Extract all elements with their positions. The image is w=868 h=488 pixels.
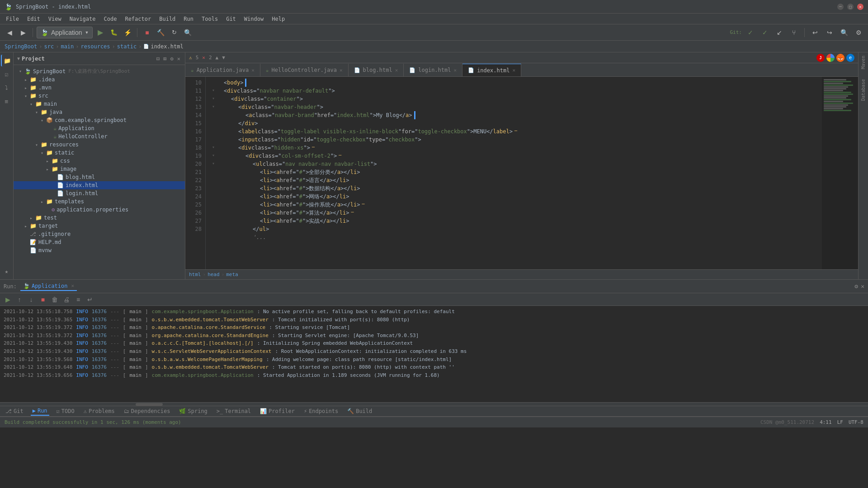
btab-dependencies[interactable]: 🗂 Dependencies <box>122 407 172 415</box>
search-everywhere[interactable]: 🔍 <box>182 27 193 38</box>
tree-item-root[interactable]: ▾ 🍃 SpringBoot F:\桌路作业\SpringBoot <box>14 67 185 75</box>
run-button[interactable]: ▶ <box>94 27 106 38</box>
tab-close-login[interactable]: ✕ <box>454 67 457 73</box>
fold-18[interactable]: ▾ <box>210 144 217 150</box>
tree-item-resources[interactable]: ▾ 📁 resources <box>14 141 185 149</box>
scroll-up-btn[interactable]: ↑ <box>14 295 24 305</box>
tab-blog-html[interactable]: 📄 blog.html ✕ <box>349 64 404 76</box>
maven-sidebar-icon[interactable]: Maven <box>860 54 867 70</box>
tree-item-image[interactable]: ▸ 📁 image <box>14 165 185 173</box>
breadcrumb-springboot[interactable]: SpringBoot <box>5 43 37 50</box>
folding-btn[interactable]: ≡ <box>73 295 83 305</box>
search-button[interactable]: 🔍 <box>838 27 850 38</box>
panel-settings-icon[interactable]: ⚙ <box>854 283 858 290</box>
activity-project-icon[interactable]: 📁 <box>1 55 13 66</box>
scroll-down-btn[interactable]: ↓ <box>26 295 36 305</box>
firefox-icon[interactable]: 🦊 <box>836 54 844 62</box>
status-encoding[interactable]: UTF-8 <box>849 419 863 425</box>
btab-run[interactable]: ▶ Run <box>31 407 49 416</box>
btab-problems[interactable]: ⚠ Problems <box>82 407 117 415</box>
menu-git[interactable]: Git <box>222 15 240 23</box>
back-button[interactable]: ◀ <box>4 27 15 38</box>
rerun-button[interactable]: ▶ <box>3 295 13 305</box>
activity-favorites-icon[interactable]: ★ <box>1 265 13 277</box>
sync-button[interactable]: ↻ <box>168 27 180 38</box>
tree-item-target[interactable]: ▸ 📁 target <box>14 222 185 230</box>
scrollbar-thumb[interactable] <box>136 403 163 406</box>
tree-item-appprops[interactable]: ⚙ application.properties <box>14 206 185 214</box>
tree-item-java[interactable]: ▾ 📁 java <box>14 108 185 116</box>
breadcrumb-resources[interactable]: resources <box>81 43 110 50</box>
tree-item-login[interactable]: 📄 login.html <box>14 189 185 197</box>
collapse-all-icon[interactable]: ⊟ <box>156 55 160 63</box>
tree-item-index[interactable]: 📄 index.html <box>14 181 185 189</box>
tree-item-mvnw[interactable]: 📄 mvnw <box>14 246 185 254</box>
tree-item-src[interactable]: ▾ 📁 src <box>14 92 185 100</box>
tab-index-html[interactable]: 📄 index.html ✕ <box>462 64 521 76</box>
btab-endpoints[interactable]: ⚡ Endpoints <box>302 407 340 415</box>
tab-login-html[interactable]: 📄 login.html ✕ <box>404 64 462 76</box>
maximize-button[interactable]: □ <box>847 4 854 10</box>
tree-item-blog[interactable]: 📄 blog.html <box>14 173 185 181</box>
code-content[interactable]: <body> ▾ <div class="navbar navbar-defau… <box>206 77 822 269</box>
chrome-icon[interactable] <box>826 54 835 62</box>
redo-button[interactable]: ↪ <box>824 27 835 38</box>
tree-item-static[interactable]: ▾ 📁 static <box>14 149 185 157</box>
breadcrumb-src[interactable]: src <box>44 43 54 50</box>
git-update[interactable]: ↙ <box>774 27 785 38</box>
git-branch[interactable]: ⑂ <box>788 27 800 38</box>
breadcrumb-main[interactable]: main <box>61 43 74 50</box>
git-commit[interactable]: ✓ <box>745 27 756 38</box>
code-editor[interactable]: 10 11 12 13 14 15 16 17 18 19 20 21 22 2… <box>185 77 858 269</box>
tree-item-mvn[interactable]: ▸ 📁 .mvn <box>14 84 185 92</box>
tree-item-gitignore[interactable]: ⎇ .gitignore <box>14 230 185 238</box>
tab-application-java[interactable]: ☕ Application.java ✕ <box>185 64 260 76</box>
run-with-coverage[interactable]: ⚡ <box>122 27 133 38</box>
panel-hide-icon[interactable]: ✕ <box>861 283 864 290</box>
menu-refactor[interactable]: Refactor <box>121 15 155 23</box>
tree-item-main[interactable]: ▾ 📁 main <box>14 100 185 108</box>
tab-close-hellocontroller[interactable]: ✕ <box>340 67 343 73</box>
stop-button[interactable]: ■ <box>141 27 153 38</box>
tree-item-hellocontroller[interactable]: ☕ HelloController <box>14 132 185 141</box>
tree-item-templates[interactable]: ▸ 📁 templates <box>14 197 185 206</box>
fold-19[interactable]: ▾ <box>210 152 217 159</box>
tree-item-idea[interactable]: ▸ 📁 .idea <box>14 75 185 84</box>
fold-12[interactable]: ▾ <box>210 95 217 102</box>
project-settings-icon[interactable]: ⚙ <box>170 55 175 63</box>
btab-profiler[interactable]: 📊 Profiler <box>258 407 297 415</box>
activity-pullrequest-icon[interactable]: ⤵ <box>1 82 13 94</box>
btab-build[interactable]: 🔨 Build <box>345 407 374 415</box>
expand-all-icon[interactable]: ⊞ <box>162 55 167 63</box>
menu-run[interactable]: Run <box>180 15 197 23</box>
minimize-button[interactable]: ─ <box>837 4 844 10</box>
menu-build[interactable]: Build <box>156 15 179 23</box>
menu-window[interactable]: Window <box>241 15 267 23</box>
editor-bc-head[interactable]: head <box>208 272 220 277</box>
status-cursor[interactable]: 4:11 <box>820 419 832 425</box>
tree-item-package[interactable]: ▾ 📦 com.example.springboot <box>14 116 185 124</box>
run-config-dropdown[interactable]: 🍃 Application ▼ <box>37 27 93 38</box>
menu-view[interactable]: View <box>45 15 65 23</box>
tree-item-helpmd[interactable]: 📝 HELP.md <box>14 238 185 246</box>
settings-button[interactable]: ⚙ <box>853 27 864 38</box>
fold-13[interactable]: ▾ <box>210 103 217 110</box>
tree-item-test[interactable]: ▸ 📁 test <box>14 214 185 222</box>
btab-terminal[interactable]: >_ Terminal <box>215 407 253 415</box>
build-button[interactable]: 🔨 <box>155 27 166 38</box>
fold-20[interactable]: ▾ <box>210 160 217 167</box>
tab-close-index[interactable]: ✕ <box>512 67 515 73</box>
btab-todo[interactable]: ☑ TODO <box>55 407 76 415</box>
activity-commit-icon[interactable]: ☑ <box>1 68 13 80</box>
close-button[interactable]: ✕ <box>857 4 863 10</box>
tab-close-application[interactable]: ✕ <box>251 67 255 73</box>
menu-help[interactable]: Help <box>268 15 288 23</box>
wrap-btn[interactable]: ↵ <box>85 295 95 305</box>
btab-git[interactable]: ⎇ Git <box>4 407 25 415</box>
forward-button[interactable]: ▶ <box>17 27 29 38</box>
project-close-icon[interactable]: ✕ <box>176 55 181 63</box>
menu-navigate[interactable]: Navigate <box>66 15 99 23</box>
menu-file[interactable]: File <box>2 15 23 23</box>
editor-bc-html[interactable]: html <box>189 272 201 277</box>
run-app-tab[interactable]: 🍃 Application ✕ <box>20 282 77 291</box>
